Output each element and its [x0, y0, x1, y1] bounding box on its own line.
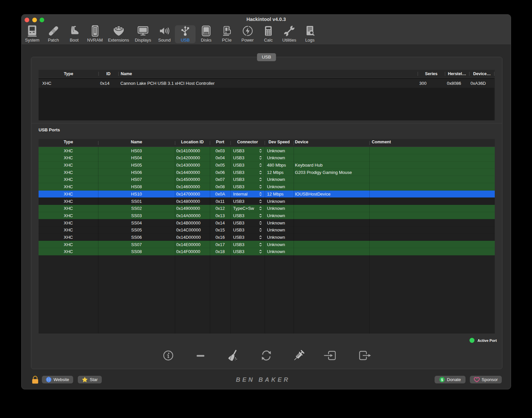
svg-text:$: $ [441, 378, 443, 382]
